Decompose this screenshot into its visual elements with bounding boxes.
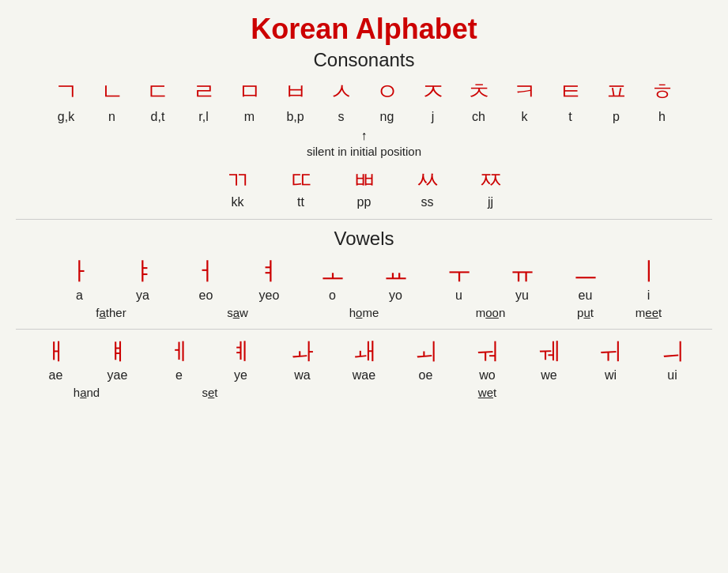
korean-char: ㅙ — [353, 337, 376, 366]
korean-char: ㅚ — [414, 337, 438, 366]
diphthong-rom-cell: wi — [580, 368, 642, 384]
korean-char: ㅘ — [291, 337, 315, 366]
romanization: t — [568, 109, 571, 126]
silent-note: silent in initial position — [16, 145, 712, 158]
diphthong-char-cell: ㅔ — [149, 337, 210, 366]
romanization: tt — [297, 194, 304, 211]
diphthong-char-cell: ㅖ — [210, 337, 272, 366]
diphthong-char-cell: ㅝ — [457, 337, 519, 366]
page-title: Korean Alphabet — [16, 13, 712, 46]
consonant-rom-cell: ng — [364, 109, 410, 126]
vowel-examples-row: fathersawhomemoonputmeet — [16, 306, 712, 319]
diphthong-rom-cell: ye — [210, 368, 272, 384]
diphthong-char-cell: ㅟ — [580, 337, 642, 366]
consonants-chars-row: ㄱㄴㄷㄹㅁㅂㅅㅇㅈㅊㅋㅌㅍㅎ — [16, 77, 712, 106]
romanization: ui — [667, 368, 677, 384]
romanization: kk — [232, 194, 244, 211]
consonant-rom-cell: t — [548, 109, 594, 126]
korean-char: ㅁ — [238, 77, 262, 106]
korean-char: ㅆ — [416, 166, 439, 194]
korean-char: ㅌ — [559, 77, 583, 106]
double-consonants-section: ㄲㄸㅃㅆㅉ kkttppssjj — [16, 166, 712, 211]
romanization: wa — [294, 368, 310, 384]
romanization: wo — [479, 368, 495, 384]
romanization: we — [541, 368, 556, 384]
vowel-rom-cell: a — [48, 288, 111, 304]
korean-char: ㅝ — [476, 337, 500, 366]
romanization: pp — [357, 194, 372, 211]
double-consonant-char-cell: ㄲ — [206, 166, 270, 194]
korean-char: ㅋ — [513, 77, 537, 106]
vowel-example: father — [48, 306, 175, 319]
korean-char: ㄷ — [146, 77, 170, 106]
romanization: eu — [579, 288, 593, 304]
diphthong-rom-cell: ui — [642, 368, 703, 384]
consonant-cell: ㅁ — [227, 77, 273, 106]
diphthong-char-cell: ㅙ — [334, 337, 395, 366]
vowel-char-cell: ㅏ — [48, 256, 111, 286]
vowel-example: home — [301, 306, 428, 319]
consonant-rom-cell: d,t — [135, 109, 181, 126]
vowel-example: put — [554, 306, 617, 319]
vowel-char-cell: ㅠ — [491, 256, 554, 286]
diphthong-rom-cell: wo — [457, 368, 519, 384]
diphthong-example: hand — [25, 386, 149, 399]
diphthong-char-cell: ㅒ — [87, 337, 149, 366]
korean-char: ㅎ — [651, 77, 674, 106]
romanization: i — [647, 288, 651, 304]
romanization: u — [455, 288, 462, 304]
vowel-char-cell: ㅡ — [554, 256, 617, 286]
vowel-char-cell: ㅓ — [175, 256, 238, 286]
consonant-cell: ㅋ — [502, 77, 548, 106]
consonants-label: Consonants — [16, 49, 712, 71]
romanization: ya — [136, 288, 149, 304]
korean-char: ㅊ — [467, 77, 491, 106]
diphthong-rom-cell: wae — [334, 368, 395, 384]
vowel-example: moon — [428, 306, 554, 319]
romanization: ng — [380, 109, 394, 126]
double-consonant-rom-cell: pp — [333, 194, 396, 211]
korean-char: ㅡ — [573, 256, 598, 286]
diphthong-char-cell: ㅘ — [272, 337, 334, 366]
consonant-rom-cell: s — [319, 109, 364, 126]
diphthong-rom-cell: e — [149, 368, 210, 384]
consonant-rom-cell: p — [594, 109, 639, 126]
consonant-cell: ㄴ — [89, 77, 135, 106]
consonant-cell: ㅇ — [364, 77, 410, 106]
diphthong-rom-cell: yae — [87, 368, 149, 384]
romanization: a — [76, 288, 83, 304]
korean-char: ㅃ — [353, 166, 376, 194]
consonant-rom-cell: m — [227, 109, 273, 126]
diphthong-rom-cell: wa — [272, 368, 334, 384]
consonant-rom-cell: ch — [456, 109, 502, 126]
vowel-example: meet — [617, 306, 681, 319]
korean-char: ㅅ — [330, 77, 353, 106]
romanization: p — [613, 109, 620, 126]
vowel-rom-cell: eu — [554, 288, 617, 304]
romanization: ss — [421, 194, 434, 211]
vowel-rom-cell: yeo — [238, 288, 301, 304]
diphthong-rom-row: aeyaeeyewawaeoewowewiui — [16, 368, 712, 384]
diphthong-char-cell: ㅐ — [25, 337, 87, 366]
double-consonant-char-cell: ㄸ — [270, 166, 333, 194]
korean-char: ㄱ — [55, 77, 78, 106]
romanization: g,k — [58, 109, 74, 126]
vowel-char-cell: ㅣ — [617, 256, 681, 286]
consonant-cell: ㄷ — [135, 77, 181, 106]
romanization: yeo — [259, 288, 280, 304]
korean-char: ㅗ — [320, 256, 345, 286]
consonant-cell: ㅎ — [639, 77, 685, 106]
diphthong-example — [580, 386, 642, 399]
vowel-example: saw — [175, 306, 301, 319]
diphthong-example — [272, 386, 334, 399]
romanization: h — [658, 109, 666, 126]
diphthong-char-cell: ㅞ — [519, 337, 580, 366]
romanization: wi — [605, 368, 617, 384]
romanization: j — [432, 109, 435, 126]
double-consonant-char-cell: ㅉ — [459, 166, 522, 194]
diphthong-char-cell: ㅢ — [642, 337, 703, 366]
korean-char: ㄹ — [192, 77, 216, 106]
vowel-char-cell: ㅜ — [428, 256, 491, 286]
korean-char: ㅔ — [168, 337, 191, 366]
diphthong-char-cell: ㅚ — [395, 337, 457, 366]
